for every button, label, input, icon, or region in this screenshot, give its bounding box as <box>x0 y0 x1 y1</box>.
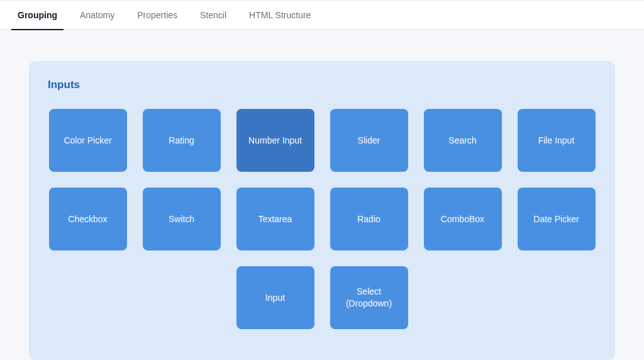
tile-switch[interactable]: Switch <box>143 188 221 250</box>
tab-grouping[interactable]: Grouping <box>6 0 69 30</box>
tab-label: HTML Structure <box>249 10 311 20</box>
tab-anatomy[interactable]: Anatomy <box>69 0 126 30</box>
tile-slider[interactable]: Slider <box>330 109 408 172</box>
tab-stencil[interactable]: Stencil <box>189 0 238 30</box>
tile-label: Date Picker <box>533 213 579 225</box>
tile-label: ComboBox <box>441 213 484 225</box>
tab-bar: Grouping Anatomy Properties Stencil HTML… <box>0 0 644 30</box>
tile-label: Switch <box>169 213 194 225</box>
tile-label: Input <box>265 292 285 304</box>
tile-rating[interactable]: Rating <box>143 109 221 172</box>
tile-input[interactable]: Input <box>236 266 314 329</box>
tile-label: File Input <box>538 135 575 147</box>
tile-label: Color Picker <box>64 135 111 147</box>
tab-label: Properties <box>137 10 177 20</box>
tile-combobox[interactable]: ComboBox <box>424 188 502 250</box>
tile-label: Select (Dropdown) <box>336 286 402 310</box>
tile-label: Radio <box>357 213 380 225</box>
inputs-panel: Inputs Color Picker Rating Number Input … <box>29 61 615 360</box>
tab-label: Stencil <box>200 10 226 20</box>
tile-label: Search <box>448 135 476 147</box>
tile-label: Rating <box>169 135 194 147</box>
tab-label: Grouping <box>18 10 57 20</box>
tile-number-input[interactable]: Number Input <box>236 109 314 172</box>
tile-textarea[interactable]: Textarea <box>236 188 314 250</box>
tab-html-structure[interactable]: HTML Structure <box>238 0 322 30</box>
content-area: Inputs Color Picker Rating Number Input … <box>0 30 644 360</box>
tile-file-input[interactable]: File Input <box>518 109 596 172</box>
tile-label: Textarea <box>258 213 292 225</box>
tab-label: Anatomy <box>80 10 114 20</box>
tile-date-picker[interactable]: Date Picker <box>518 188 596 250</box>
tile-checkbox[interactable]: Checkbox <box>49 188 127 250</box>
tile-label: Number Input <box>248 135 302 147</box>
tile-label: Slider <box>358 135 380 147</box>
tile-label: Checkbox <box>68 213 107 225</box>
tile-color-picker[interactable]: Color Picker <box>49 109 127 172</box>
tile-select-dropdown[interactable]: Select (Dropdown) <box>330 266 408 329</box>
tile-search[interactable]: Search <box>424 109 502 172</box>
panel-title: Inputs <box>48 79 596 91</box>
tab-properties[interactable]: Properties <box>126 0 189 30</box>
tile-grid: Color Picker Rating Number Input Slider … <box>48 109 596 329</box>
tile-radio[interactable]: Radio <box>330 188 408 250</box>
